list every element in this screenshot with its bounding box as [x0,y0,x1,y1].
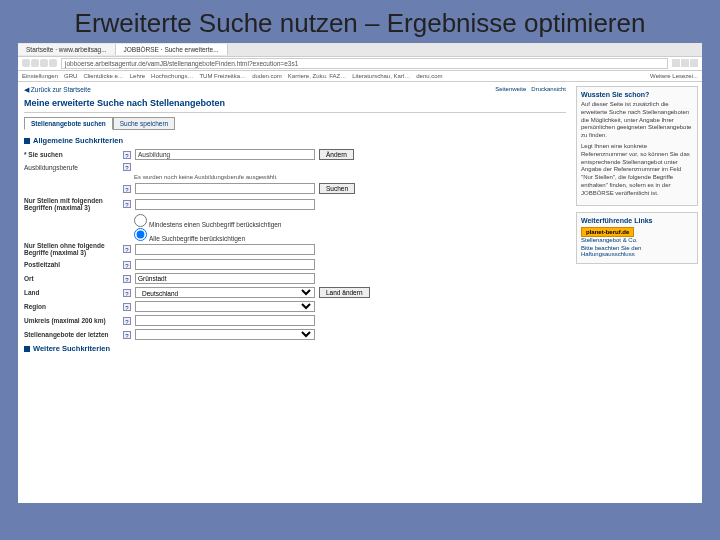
row-nur-mit: Nur Stellen mit folgenden Begriffen (max… [24,197,566,211]
page-body: Seitenweite Druckansicht ◀ Zurück zur St… [18,82,702,503]
sidebar: Wussten Sie schon? Auf dieser Seite ist … [572,82,702,503]
planet-beruf-logo[interactable]: planet-beruf.de [581,227,634,237]
main-column: Seitenweite Druckansicht ◀ Zurück zur St… [18,82,572,503]
label-ort: Ort [24,275,119,282]
sidebar-links: Weiterführende Links planet-beruf.de Ste… [576,212,698,264]
bookmark[interactable]: Hochschungs… [151,73,193,79]
bookmark[interactable]: Literaturschau, Karl… [352,73,410,79]
help-icon[interactable]: ? [123,151,131,159]
help-icon[interactable]: ? [123,303,131,311]
page-title: Meine erweiterte Suche nach Stellenangeb… [24,94,566,113]
url-field[interactable]: jobboerse.arbeitsagentur.de/vamJB/stelle… [61,58,668,69]
bookmark-more[interactable]: Weitere Lesezei... [650,73,698,79]
sidebar-box-title: Weiterführende Links [581,217,693,224]
browser-window: Startseite · www.arbeitsag... JOBBÖRSE ·… [18,43,702,503]
bookmark[interactable]: denu.com [416,73,442,79]
radio-alle[interactable] [134,228,147,241]
tab-startseite[interactable]: Startseite · www.arbeitsag... [18,44,116,55]
input-umkreis[interactable] [135,315,315,326]
row-land: Land ? Deutschland Land ändern [24,287,566,298]
back-link[interactable]: ◀ Zurück zur Startseite [24,86,566,94]
help-icon[interactable]: ? [123,200,131,208]
label-letzte: Stellenangebote der letzten [24,331,119,338]
help-icon[interactable]: ? [123,261,131,269]
radio-group: Mindestens einen Suchbegriff berücksicht… [134,214,566,242]
input-plz[interactable] [135,259,315,270]
nav-buttons[interactable] [22,59,58,68]
select-land[interactable]: Deutschland [135,287,315,298]
label-ausbildungsberufe: Ausbildungsberufe [24,164,119,171]
label-umkreis: Umkreis (maximal 200 km) [24,317,119,324]
label-nur-ohne: Nur Stellen ohne folgende Begriffe (maxi… [24,242,119,256]
btn-suchen[interactable]: Suchen [319,183,355,194]
section-allgemeine: Allgemeine Suchkriterien [24,136,566,145]
input-ort[interactable] [135,273,315,284]
help-icon[interactable]: ? [123,245,131,253]
row-ort: Ort ? [24,273,566,284]
section-weitere: Weitere Suchkriterien [24,344,566,353]
browser-tools[interactable] [671,59,698,68]
input-nur-mit[interactable] [135,199,315,210]
row-umkreis: Umkreis (maximal 200 km) ? [24,315,566,326]
btn-land-aendern[interactable]: Land ändern [319,287,370,298]
row-nur-ohne: Nur Stellen ohne folgende Begriffe (maxi… [24,242,566,256]
bookmark[interactable]: TUM Freizeitka… [199,73,246,79]
bookmark[interactable]: Karriere, Zuku. FAZ… [288,73,346,79]
bookmark[interactable]: Clientdicke e… [83,73,123,79]
browser-tabs: Startseite · www.arbeitsag... JOBBÖRSE ·… [18,43,702,57]
sidebar-link[interactable]: Bitte beachten Sie den Haftungsausschlus… [581,245,693,257]
tab-suchen[interactable]: Stellenangebote suchen [24,117,113,130]
address-bar: jobboerse.arbeitsagentur.de/vamJB/stelle… [18,57,702,71]
row-letzte: Stellenangebote der letzten ? [24,329,566,340]
tab-jobboerse[interactable]: JOBBÖRSE · Suche erweiterte... [116,44,228,55]
top-links: Seitenweite Druckansicht [495,86,566,92]
link-druckansicht[interactable]: Druckansicht [531,86,566,92]
slide-title: Erweiterte Suche nutzen – Ergebnisse opt… [0,0,720,43]
label-sie-suchen: * Sie suchen [24,151,119,158]
row-plz: Postleitzahl ? [24,259,566,270]
sidebar-link[interactable]: Stellenangebot & Co. [581,237,693,243]
help-icon[interactable]: ? [123,185,131,193]
bookmark[interactable]: duden.com [252,73,282,79]
help-icon[interactable]: ? [123,275,131,283]
help-icon[interactable]: ? [123,289,131,297]
bookmarks-bar: Einstellungen GRU Clientdicke e… Lehre H… [18,71,702,82]
link-seitenweite[interactable]: Seitenweite [495,86,526,92]
help-icon[interactable]: ? [123,163,131,171]
help-icon[interactable]: ? [123,317,131,325]
bookmark[interactable]: GRU [64,73,77,79]
bookmark[interactable]: Lehre [130,73,145,79]
sidebar-text: Auf dieser Seite ist zusätzlich die erwe… [581,101,693,140]
btn-aendern[interactable]: Ändern [319,149,354,160]
input-empty[interactable] [135,183,315,194]
bookmark[interactable]: Einstellungen [22,73,58,79]
select-region[interactable] [135,301,315,312]
tab-speichern[interactable]: Suche speichern [113,117,175,130]
label-nur-mit: Nur Stellen mit folgenden Begriffen (max… [24,197,119,211]
label-region: Region [24,303,119,310]
input-nur-ohne[interactable] [135,244,315,255]
row-sie-suchen: * Sie suchen ? Ausbildung Ändern [24,149,566,160]
info-ausbildungsberufe: Es wurden noch keine Ausbildungsberufe a… [134,174,566,180]
radio-min-einen[interactable] [134,214,147,227]
row-ausbildungsberufe: Ausbildungsberufe ? [24,163,566,171]
form-tabs: Stellenangebote suchen Suche speichern [24,117,566,130]
row-empty: ? Suchen [24,183,566,194]
sidebar-text: Legt Ihnen eine konkrete Referenznummer … [581,143,693,198]
input-sie-suchen: Ausbildung [135,149,315,160]
help-icon[interactable]: ? [123,331,131,339]
label-land: Land [24,289,119,296]
sidebar-box-title: Wussten Sie schon? [581,91,693,98]
select-letzte[interactable] [135,329,315,340]
row-region: Region ? [24,301,566,312]
sidebar-wussten-sie: Wussten Sie schon? Auf dieser Seite ist … [576,86,698,206]
label-plz: Postleitzahl [24,261,119,268]
